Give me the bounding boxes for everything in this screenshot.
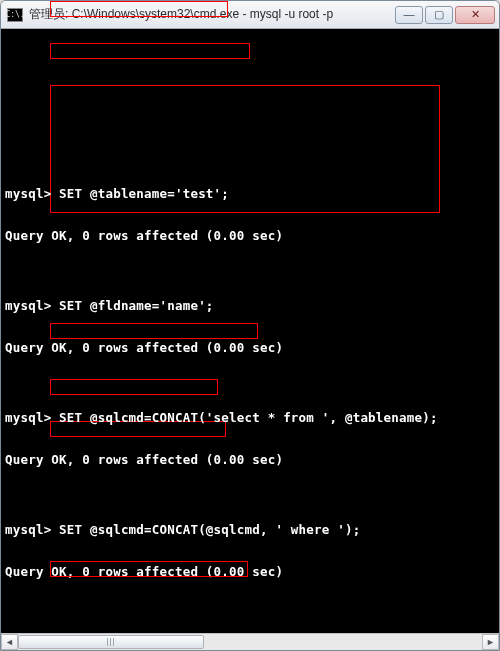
minimize-button[interactable]: — [395,6,423,24]
cmd-line: SET @sqlcmd=CONCAT('select * from ', @ta… [51,410,437,425]
horizontal-scrollbar[interactable]: ◄ ► [1,633,499,650]
terminal-output[interactable]: mysql> SET @tablename='test'; Query OK, … [1,29,499,633]
highlight-box-2 [50,43,250,59]
highlight-box-5 [50,379,218,395]
prompt: mysql> [5,298,51,313]
scroll-thumb[interactable] [18,635,204,649]
cmd-icon: C:\. [7,8,23,22]
cmd-line: SET @fldname='name'; [51,298,213,313]
output-line: Query OK, 0 rows affected (0.00 sec) [5,341,495,355]
prompt: mysql> [5,522,51,537]
close-button[interactable]: ✕ [455,6,495,24]
scroll-left-button[interactable]: ◄ [1,634,18,650]
window-title: 管理员: C:\Windows\system32\cmd.exe - mysql… [29,6,395,23]
window-controls: — ▢ ✕ [395,6,495,24]
highlight-box-4 [50,323,258,339]
maximize-button[interactable]: ▢ [425,6,453,24]
scroll-track[interactable] [18,634,482,650]
output-line: Query OK, 0 rows affected (0.00 sec) [5,229,495,243]
scroll-right-button[interactable]: ► [482,634,499,650]
prompt: mysql> [5,410,51,425]
cmd-line: SET @tablename='test'; [51,186,229,201]
titlebar[interactable]: C:\. 管理员: C:\Windows\system32\cmd.exe - … [1,1,499,29]
output-line: Query OK, 0 rows affected (0.00 sec) [5,453,495,467]
cmd-line: SET @sqlcmd=CONCAT(@sqlcmd, ' where '); [51,522,360,537]
cmd-window: C:\. 管理员: C:\Windows\system32\cmd.exe - … [0,0,500,651]
output-line: Query OK, 0 rows affected (0.00 sec) [5,565,495,579]
thumb-grip-icon [107,638,115,646]
prompt: mysql> [5,186,51,201]
